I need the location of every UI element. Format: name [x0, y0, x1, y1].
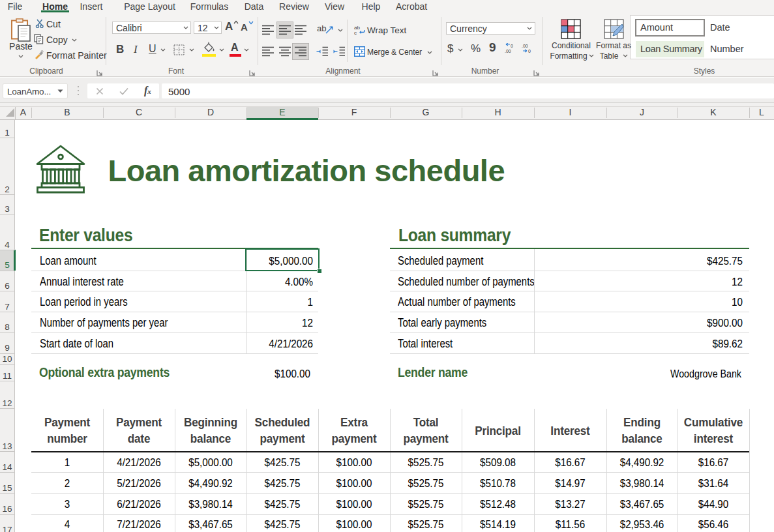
svg-text:.00: .00: [505, 49, 511, 53]
svg-text:0: 0: [528, 49, 531, 53]
svg-text:0: 0: [511, 44, 513, 48]
svg-text:.00: .00: [522, 44, 528, 48]
svg-text:c: c: [354, 30, 357, 35]
